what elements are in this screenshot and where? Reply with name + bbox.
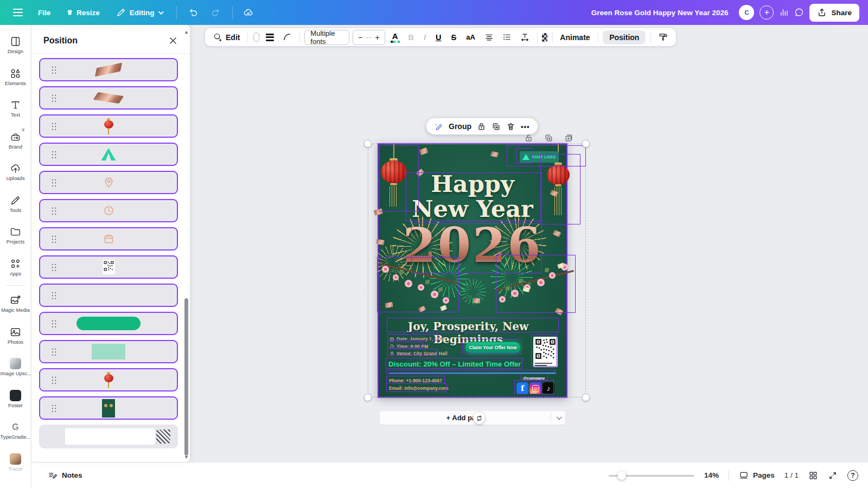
scroll-down-arrow[interactable]: ▼ — [184, 454, 189, 460]
transparency-button[interactable] — [542, 33, 547, 42]
layer-item-empty-text[interactable] — [39, 284, 178, 307]
selection-handle-bottom-left[interactable] — [364, 394, 372, 401]
notes-button[interactable]: Notes — [48, 471, 82, 480]
duplicate-icon[interactable] — [544, 133, 553, 143]
layer-item-ribbon-confetti-1[interactable] — [39, 58, 178, 81]
drag-handle-icon[interactable] — [51, 348, 57, 356]
comments-icon[interactable] — [794, 8, 804, 17]
strikethrough-button[interactable]: S — [448, 32, 460, 43]
layer-item-poster-thumbnail[interactable] — [39, 396, 178, 420]
drag-handle-icon[interactable] — [51, 376, 57, 384]
zoom-slider[interactable] — [609, 471, 694, 480]
layer-item-calendar[interactable] — [39, 227, 178, 251]
help-button[interactable]: ? — [847, 470, 858, 481]
more-options-button[interactable]: ••• — [521, 123, 530, 131]
poster-year[interactable]: 2026 — [379, 219, 566, 271]
sidebar-item-projects[interactable]: Projects — [0, 220, 31, 252]
undo-icon[interactable] — [189, 8, 199, 17]
fullscreen-button[interactable] — [828, 471, 838, 480]
selection-handle-top-left[interactable] — [364, 140, 372, 147]
layer-item-qr-code[interactable] — [39, 255, 178, 279]
sidebar-item-photos[interactable]: Photos — [0, 320, 31, 352]
scroll-up-arrow[interactable]: ▲ — [184, 29, 189, 35]
color-swatch[interactable] — [253, 32, 260, 42]
edit-image-button[interactable]: Edit — [210, 31, 242, 43]
document-title[interactable]: Green Rose Gold Happy New Year 2026 — [591, 9, 729, 17]
event-venue-row[interactable]: Venue: City Grand Hall — [390, 351, 448, 356]
text-case-button[interactable]: aA — [463, 32, 478, 42]
copy-style-button[interactable] — [656, 31, 671, 43]
panel-scrollbar[interactable] — [184, 298, 188, 455]
avatar[interactable]: C — [739, 5, 754, 20]
sidebar-item-poster[interactable]: Poster — [0, 383, 31, 415]
list-button[interactable] — [500, 31, 514, 43]
sidebar-item-tools[interactable]: Tools — [0, 188, 31, 220]
sidebar-item-image-upscaler[interactable]: Image Upsc... — [0, 351, 31, 383]
drag-handle-icon[interactable] — [51, 263, 57, 271]
group-button[interactable]: Group — [449, 122, 471, 131]
selection-handle-top-right[interactable] — [582, 140, 590, 147]
font-size-value[interactable]: -- — [366, 34, 372, 41]
font-family-dropdown[interactable]: Multiple fonts — [304, 30, 349, 45]
drag-handle-icon[interactable] — [51, 94, 57, 102]
layer-item-teal-rectangle[interactable] — [39, 340, 178, 363]
sidebar-item-typegradient[interactable]: G TypeGradie... — [0, 415, 31, 447]
sidebar-item-text[interactable]: Text — [0, 93, 31, 125]
lock-icon[interactable] — [477, 122, 486, 131]
layer-item-brand-logo[interactable] — [39, 143, 178, 166]
pages-button[interactable]: Pages — [739, 471, 775, 480]
magic-edit-icon[interactable] — [434, 122, 443, 131]
zoom-level[interactable]: 14% — [704, 471, 719, 479]
sidebar-item-tracer[interactable]: Tracer — [0, 447, 31, 479]
drag-handle-icon[interactable] — [51, 150, 57, 158]
drag-handle-icon[interactable] — [51, 404, 57, 412]
sidebar-item-magic-media[interactable]: Magic Media — [0, 288, 31, 320]
add-member-button[interactable]: + — [760, 5, 774, 20]
redo-icon[interactable] — [210, 8, 220, 17]
layer-item-location-pin[interactable] — [39, 171, 178, 194]
sidebar-item-elements[interactable]: Elements — [0, 61, 31, 93]
editing-mode-dropdown[interactable]: Editing — [110, 4, 169, 21]
event-time-row[interactable]: Time: 6:00 PM — [390, 344, 428, 349]
bold-button[interactable]: B — [405, 32, 417, 43]
font-size-increase[interactable]: + — [375, 33, 379, 42]
close-panel-icon[interactable] — [167, 35, 179, 47]
zoom-slider-knob[interactable] — [617, 471, 626, 480]
poster-headline[interactable]: Happy New Year — [379, 171, 566, 221]
share-button[interactable]: Share — [809, 4, 859, 22]
add-page-dropdown[interactable] — [551, 416, 565, 420]
drag-handle-icon[interactable] — [51, 122, 57, 130]
insights-chart-icon[interactable] — [779, 8, 789, 17]
brand-logo-badge[interactable]: YOUR LOGO — [520, 151, 559, 163]
drag-handle-icon[interactable] — [51, 178, 57, 187]
layer-item-green-pill[interactable] — [39, 312, 178, 335]
instagram-icon[interactable] — [529, 382, 541, 394]
drag-handle-icon[interactable] — [51, 66, 57, 74]
sidebar-item-apps[interactable]: Apps — [0, 252, 31, 284]
phone-text[interactable]: Phone: +1-800-123-4567 — [389, 378, 442, 383]
font-size-stepper[interactable]: − -- + — [353, 30, 385, 45]
animate-button[interactable]: Animate — [557, 31, 592, 43]
trash-icon[interactable] — [506, 122, 515, 131]
sidebar-item-uploads[interactable]: Uploads — [0, 156, 31, 188]
facebook-icon[interactable]: f — [516, 382, 528, 394]
layer-item-red-lantern[interactable] — [39, 114, 178, 138]
tiktok-icon[interactable]: ♪ — [542, 382, 554, 394]
drag-handle-icon[interactable] — [51, 291, 57, 299]
drag-handle-icon[interactable] — [51, 207, 57, 215]
position-button[interactable]: Position — [603, 30, 646, 44]
add-page-button[interactable]: + Add page — [379, 410, 566, 425]
layer-item-background[interactable] — [39, 425, 178, 448]
duplicate-icon[interactable] — [492, 122, 501, 131]
sidebar-item-brand[interactable]: ♛ Brand — [0, 125, 31, 157]
poster-page[interactable]: YOUR LOGO Happy New Year 2026 — [378, 143, 567, 398]
drag-handle-icon[interactable] — [51, 235, 57, 243]
text-color-button[interactable]: A — [388, 31, 402, 43]
drag-handle-icon[interactable] — [51, 319, 57, 328]
layer-item-clock[interactable] — [39, 199, 178, 222]
font-size-decrease[interactable]: − — [358, 33, 362, 42]
discount-text[interactable]: Discount: 20% Off – Limited Time Offer — [388, 360, 521, 368]
line-curve-button[interactable] — [280, 31, 295, 43]
sidebar-item-design[interactable]: Design — [0, 29, 31, 61]
italic-button[interactable]: I — [420, 32, 429, 43]
